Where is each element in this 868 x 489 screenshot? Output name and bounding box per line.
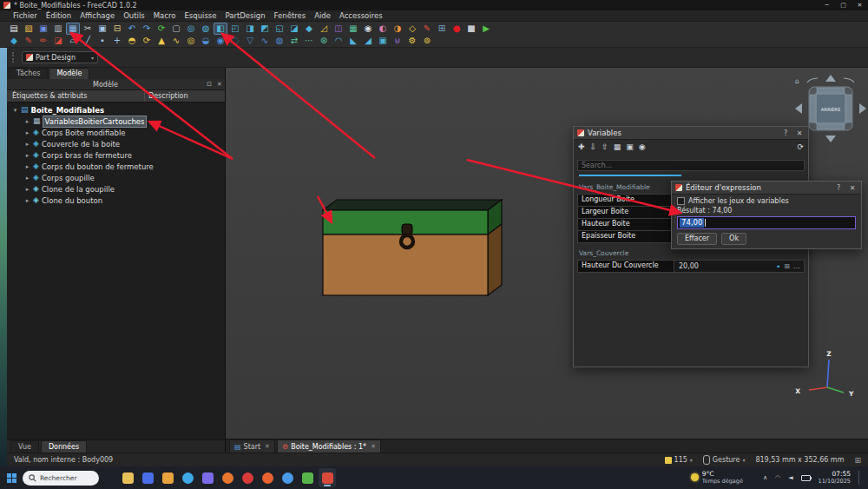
nav-cube-edge-left[interactable] [810,95,815,122]
view-top-icon[interactable]: ◰ [228,23,242,35]
workbench-selector[interactable]: Part Design ▾ [22,51,98,63]
menu-outils[interactable]: Outils [119,10,149,22]
nav-arrow-left-icon[interactable] [795,103,802,114]
datum-line-icon[interactable]: ╱ [81,35,95,47]
nav-arrow-up-icon[interactable] [825,75,836,82]
variable-name-cell[interactable]: Epaisseur Boite [577,230,674,243]
menu-fichier[interactable]: Fichier [9,10,42,22]
weather-widget[interactable]: 9°C Temps dégagé [691,471,743,484]
close-icon[interactable]: ✕ [265,443,270,450]
local-coords-icon[interactable]: + [110,35,124,47]
variables-search-input[interactable] [577,160,805,171]
appearance-icon[interactable]: ◐ [376,23,390,35]
expander-icon[interactable]: ▸ [24,129,30,136]
variable-name-cell[interactable]: Hauteur Du Couvercle [577,260,674,273]
tree-item-clone-de-la-goupille[interactable]: ▸ ◈ Clone de la goupille [7,183,225,195]
menu-esquisse[interactable]: Esquisse [180,10,220,22]
expander-icon[interactable]: ▸ [24,175,30,182]
edge-icon[interactable] [179,468,196,487]
copy-icon[interactable]: ▣ [95,23,109,35]
body-front-face[interactable] [323,235,488,295]
create-varset-icon[interactable]: ▦ [66,23,80,35]
pocket-icon[interactable]: ◒ [199,35,213,47]
view-left-icon[interactable]: ◪ [287,23,301,35]
ok-button[interactable]: Ok [721,233,746,245]
redo-icon[interactable]: ↷ [140,23,154,35]
nav-cube-edge-bottom[interactable] [817,124,845,129]
mirrored-icon[interactable]: ⇄ [287,35,301,47]
panel-tab-modele[interactable]: Modèle [49,68,89,79]
panel-tab-taches[interactable]: Tâches [9,68,48,79]
view-front-icon[interactable]: ◧ [214,23,227,35]
menu-partdesign[interactable]: PartDesign [220,10,269,22]
folder-icon[interactable] [159,468,176,487]
undo-icon[interactable]: ↶ [125,23,139,35]
tree-item-corps-bras-de-fermeture[interactable]: ▸ ◈ Corps bras de fermeture [7,149,225,161]
expression-dialog-titlebar[interactable]: Éditeur d'expression ? ✕ [672,182,861,195]
boolean-icon[interactable]: ⊎ [391,35,404,47]
menu-edition[interactable]: Édition [42,10,76,22]
variable-name-cell[interactable]: Hauteur Boite [577,218,674,231]
toolbar-grip[interactable] [12,52,16,63]
nav-cube-edge-right[interactable] [846,95,852,122]
green-app-icon[interactable] [299,468,316,487]
create-body-icon[interactable]: ◆ [7,35,21,47]
fit-all-icon[interactable]: ◎ [184,23,198,35]
additive-helix-icon[interactable]: ◎ [184,35,198,47]
linear-pattern-icon[interactable]: ⋯ [302,35,316,47]
discord-icon[interactable] [199,468,216,487]
menu-affichage[interactable]: Affichage [76,10,119,22]
clear-button[interactable]: Effacer [677,233,717,245]
firefox-icon[interactable] [219,468,236,487]
macro-execute-icon[interactable]: ▶ [479,23,493,35]
nav-cube-edge-top[interactable] [817,88,845,93]
minimize-button[interactable]: ─ [819,0,835,10]
revolution-icon[interactable]: ⟳ [140,35,154,47]
polar-pattern-icon[interactable]: ⊛ [317,35,331,47]
nav-rotate-ccw-icon[interactable] [807,78,818,83]
nav-rotate-cw-icon[interactable] [844,78,854,83]
grid-icon[interactable]: ⊞ [854,456,861,465]
map-sketch-icon[interactable]: ◪ [51,35,65,47]
panel-tab-donnees[interactable]: Données [41,440,87,453]
part-icon[interactable]: ◇ [405,23,419,35]
save-document-icon[interactable]: ▣ [36,23,50,35]
close-icon[interactable]: ✕ [847,184,858,192]
box-model[interactable] [323,200,502,295]
variable-value-cell[interactable]: 20,00 • ⊞ … [674,260,805,273]
doc-tab-boite-modifiables[interactable]: ⚙ Boite_Modifiables : 1* ✕ [277,439,381,453]
start-button[interactable] [7,473,16,483]
subtractive-pipe-icon[interactable]: ∿ [258,35,272,47]
help-button[interactable]: ? [780,129,791,137]
hidden-icons-chevron[interactable]: ∧ [763,474,767,481]
variables-dialog-titlebar[interactable]: Variables ? ✕ [574,127,808,140]
draw-style-icon[interactable]: ◍ [199,23,213,35]
dock-float-button[interactable]: ⊡ [204,81,214,88]
expander-icon[interactable]: ▾ [12,107,18,114]
box-selection-icon[interactable]: ▢ [169,23,183,35]
additive-pipe-icon[interactable]: ∿ [169,35,183,47]
panel-tab-vue[interactable]: Vue [10,440,39,453]
expander-icon[interactable]: ▸ [24,118,30,125]
open-document-icon[interactable]: ▧ [22,23,36,35]
nav-home-icon[interactable]: ⌂ [795,77,799,85]
tree-item-clone-du-bouton[interactable]: ▸ ◈ Clone du bouton [7,195,225,206]
chrome-icon[interactable] [279,468,296,487]
menu-accessoires[interactable]: Accessoires [335,10,387,22]
expander-icon[interactable]: ▸ [24,141,30,148]
brave-icon[interactable] [259,468,276,487]
std-views-icon[interactable]: ⊞ [435,23,449,35]
view-bottom-icon[interactable]: ◱ [273,23,286,35]
chamfer-icon[interactable]: ◣ [346,35,360,47]
nav-arrow-down-icon[interactable] [825,135,836,142]
menu-fenetres[interactable]: Fenêtres [270,10,311,22]
macro-stop-icon[interactable]: ■ [464,23,478,35]
opera-icon[interactable] [239,468,256,487]
expander-icon[interactable]: ▸ [24,186,30,193]
tree-root-boite-modifiables[interactable]: ▾ ▤ Boite_Modifiables [7,104,225,116]
expander-icon[interactable]: ▸ [24,197,30,204]
new-document-icon[interactable]: ▤ [7,23,21,35]
freecad-taskbar-icon[interactable] [319,468,336,487]
wifi-icon[interactable]: ◠ [775,474,780,481]
view-right-icon[interactable]: ◨ [243,23,257,35]
